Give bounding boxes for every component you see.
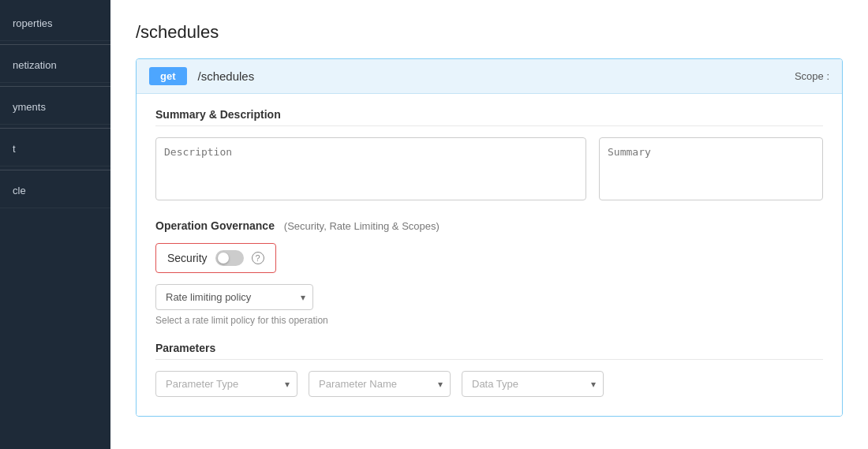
endpoint-body: Summary & Description Operation Governan… [137, 94, 842, 416]
description-field[interactable] [155, 137, 586, 200]
summary-description-title: Summary & Description [155, 108, 823, 126]
rate-limit-select[interactable]: Rate limiting policy Policy 1 Policy 2 [155, 284, 313, 310]
parameters-row: Parameter Type Parameter Name Data Type [155, 371, 823, 397]
endpoint-path: /schedules [198, 69, 255, 83]
sidebar-item-properties[interactable]: roperties [0, 6, 110, 41]
governance-section: Operation Governance (Security, Rate Lim… [155, 219, 823, 326]
security-help-icon[interactable]: ? [252, 252, 264, 264]
sidebar-item-lifecycle[interactable]: cle [0, 174, 110, 208]
param-name-wrapper: Parameter Name [309, 371, 451, 397]
parameters-section: Parameters Parameter Type Parameter Name [155, 342, 823, 397]
sidebar-item-monetization[interactable]: netization [0, 48, 110, 83]
sidebar-item-payments[interactable]: yments [0, 90, 110, 125]
sidebar-divider-4 [0, 170, 110, 170]
rate-limit-row: Rate limiting policy Policy 1 Policy 2 [155, 284, 823, 310]
security-label: Security [167, 252, 208, 264]
param-type-wrapper: Parameter Type [155, 371, 297, 397]
rate-hint: Select a rate limit policy for this oper… [155, 315, 823, 326]
toggle-thumb [218, 253, 229, 264]
sidebar-divider-1 [0, 44, 110, 45]
security-row: Security ? [155, 243, 276, 273]
data-type-wrapper: Data Type [462, 371, 604, 397]
security-toggle[interactable] [215, 250, 244, 266]
fields-row [155, 137, 823, 200]
sidebar-divider-3 [0, 128, 110, 129]
endpoint-header: get /schedules Scope : [137, 59, 842, 94]
page-title: /schedules [136, 22, 843, 43]
main-content: /schedules get /schedules Scope : Summar… [110, 0, 868, 449]
method-badge[interactable]: get [149, 67, 187, 85]
rate-limit-select-wrapper: Rate limiting policy Policy 1 Policy 2 [155, 284, 313, 310]
sidebar-item-item4[interactable]: t [0, 132, 110, 167]
endpoint-card: get /schedules Scope : Summary & Descrip… [136, 58, 843, 417]
sidebar: roperties netization yments t cle [0, 0, 110, 449]
param-name-select[interactable]: Parameter Name [309, 371, 451, 397]
toggle-track [215, 250, 244, 266]
parameters-title: Parameters [155, 342, 823, 360]
summary-field[interactable] [599, 137, 823, 200]
governance-title: Operation Governance (Security, Rate Lim… [155, 219, 823, 232]
scope-label: Scope : [795, 70, 829, 82]
data-type-select[interactable]: Data Type [462, 371, 604, 397]
sidebar-divider-2 [0, 86, 110, 87]
param-type-select[interactable]: Parameter Type [155, 371, 297, 397]
governance-subtitle: (Security, Rate Limiting & Scopes) [284, 220, 440, 232]
